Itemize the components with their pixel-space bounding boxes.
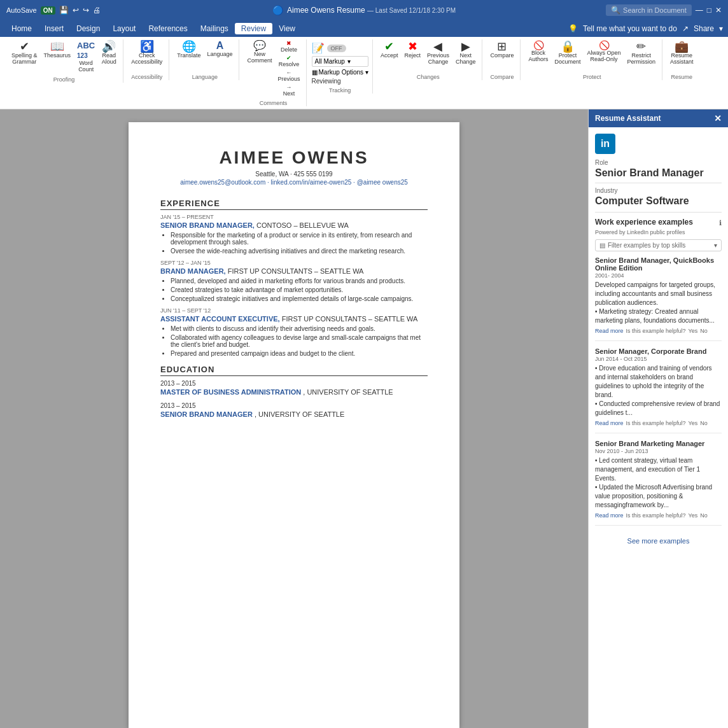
spelling-grammar-button[interactable]: ✔ Spelling &Grammar [9,39,40,66]
industry-value[interactable]: Computer Software [595,195,722,213]
comments-group-label: Comments [260,99,288,106]
track-changes-toggle[interactable]: OFF [327,45,346,52]
accessibility-label: CheckAccessibility [131,52,162,65]
restrict-permission-button[interactable]: ✏ RestrictPermission [625,39,659,66]
edu2-school: , UNIVERSITY OF SEATTLE [255,410,344,418]
expand-icon[interactable]: ▾ [719,24,723,33]
new-comment-button[interactable]: 💬 NewComment [244,39,274,65]
menu-item-layout[interactable]: Layout [106,23,142,34]
email-link[interactable]: aimee.owens25@outlook.com [180,179,265,186]
language-icon: A [216,41,224,51]
ribbon-group-protect: 🚫 BlockAuthors 🔒 ProtectDocument 🚫 Alway… [522,39,662,80]
role-value[interactable]: Senior Brand Manager [595,167,722,183]
powered-by-text: Powered by LinkedIn public profiles [595,229,722,235]
protect-document-button[interactable]: 🔒 ProtectDocument [552,39,584,66]
thesaurus-button[interactable]: 📖 Thesaurus [41,39,74,60]
search-box[interactable]: 🔍 Search in Document [606,4,692,16]
undo-icon[interactable]: ↩ [73,6,79,15]
close-button[interactable]: ✕ [715,6,722,15]
job2-bullet-3: Conceptualized strategic initiatives and… [171,295,428,302]
save-icon[interactable]: 💾 [59,6,69,15]
resolve-button[interactable]: ✔ Resolve [276,54,302,68]
thesaurus-icon: 📖 [50,41,64,52]
translate-button[interactable]: 🌐 Translate [174,39,203,60]
delete-button[interactable]: ✖ Delete [276,39,302,53]
share-button[interactable]: Share [694,24,714,33]
markup-options[interactable]: ▦ Markup Options ▾ [312,69,368,76]
accept-button[interactable]: ✔ Accept [378,39,401,60]
all-markup-dropdown[interactable]: All Markup ▾ [312,56,368,67]
reject-icon: ✖ [408,41,417,52]
example2-yes-button[interactable]: Yes [689,420,698,426]
reject-button[interactable]: ✖ Reject [402,39,423,60]
readaloud-icon: 🔊 [102,41,116,52]
newcomment-label: NewComment [247,51,272,64]
autosave-toggle[interactable]: ON [41,6,55,15]
redo-icon[interactable]: ↪ [83,6,89,15]
see-more-button[interactable]: See more examples [595,532,722,550]
job1-bullets: Responsible for the marketing of a produ… [171,232,428,255]
next-change-button[interactable]: ▶ NextChange [453,39,479,66]
compare-icon: ⊞ [497,41,507,52]
work-examples-title: Work experience examples [595,218,693,227]
always-open-button[interactable]: 🚫 Always OpenRead-Only [585,39,624,64]
prev-change-button[interactable]: ◀ PreviousChange [424,39,452,66]
maximize-button[interactable]: □ [707,6,711,15]
example1-no-button[interactable]: No [700,328,708,334]
compare-group-label: Compare [490,73,514,80]
title-bar-left: AutoSave ON 💾 ↩ ↪ 🖨 [6,6,101,15]
menu-item-view[interactable]: View [272,23,302,34]
nextchange-label: NextChange [456,52,476,65]
tracking-icon: 📝 [312,42,325,54]
check-accessibility-button[interactable]: ♿ CheckAccessibility [129,39,165,66]
blockauthors-icon: 🚫 [533,41,544,50]
job-3: JUN '11 – SEPT '12 ASSISTANT ACCOUNT EXE… [160,307,428,357]
menu-bar: Home Insert Design Layout References Mai… [0,20,728,37]
example3-yes-button[interactable]: Yes [689,512,698,519]
restrictperm-icon: ✏ [636,41,646,52]
word-count-button[interactable]: ABC123 WordCount [74,39,97,74]
example1-read-more[interactable]: Read more [595,328,624,334]
resume-assistant-button[interactable]: 💼 ResumeAssistant [668,39,696,66]
read-aloud-button[interactable]: 🔊 ReadAloud [99,39,119,66]
minimize-button[interactable]: — [696,6,703,15]
job3-bullets: Met with clients to discuss and identify… [171,325,428,357]
example3-read-more[interactable]: Read more [595,512,624,519]
resolve-icon: ✔ [286,55,291,61]
ra-header: Resume Assistant ✕ [589,109,728,127]
menu-item-design[interactable]: Design [70,23,106,34]
example2-read-more[interactable]: Read more [595,420,624,426]
info-icon[interactable]: ℹ [719,219,722,227]
thesaurus-label: Thesaurus [44,52,71,59]
resumeassistant-label: ResumeAssistant [670,52,694,65]
menu-item-mailings[interactable]: Mailings [194,23,235,34]
language-label: Language [207,51,232,57]
job2-date: SEPT '12 – JAN '15 [160,260,428,266]
block-authors-button[interactable]: 🚫 BlockAuthors [526,39,550,64]
filter-bar[interactable]: ▤ Filter examples by top skills ▾ [595,239,722,251]
protectdoc-label: ProtectDocument [555,52,581,65]
print-icon[interactable]: 🖨 [93,6,101,15]
linkedin-link[interactable]: linked.com/in/aimee-owen25 [271,179,352,186]
tell-me-text[interactable]: Tell me what you want to do [583,24,677,33]
next-comment-button[interactable]: → Next [276,83,302,97]
menu-item-review[interactable]: Review [235,23,272,34]
example2-no-button[interactable]: No [700,420,708,426]
job3-bullet-1: Met with clients to discuss and identify… [171,325,428,332]
prev-comment-button[interactable]: ← Previous [276,69,302,83]
example1-yes-button[interactable]: Yes [689,328,698,334]
menu-item-home[interactable]: Home [5,23,38,34]
language-button[interactable]: A Language [204,39,235,59]
ribbon-group-tracking: 📝 OFF All Markup ▾ ▦ Markup Options ▾ Re… [308,39,373,94]
job2-bullets: Planned, developed and aided in marketin… [171,277,428,302]
edu2-dates: 2013 – 2015 [160,402,428,409]
ra-close-button[interactable]: ✕ [714,113,722,123]
example3-no-button[interactable]: No [700,512,708,519]
translate-label: Translate [177,52,200,59]
job3-bullet-2: Collaborated with agency colleagues to d… [171,334,428,348]
accept-label: Accept [381,52,398,59]
menu-item-insert[interactable]: Insert [38,23,70,34]
compare-button[interactable]: ⊞ Compare [487,39,516,60]
menu-item-references[interactable]: References [142,23,193,34]
twitter-link[interactable]: @aimee owens25 [357,179,408,186]
